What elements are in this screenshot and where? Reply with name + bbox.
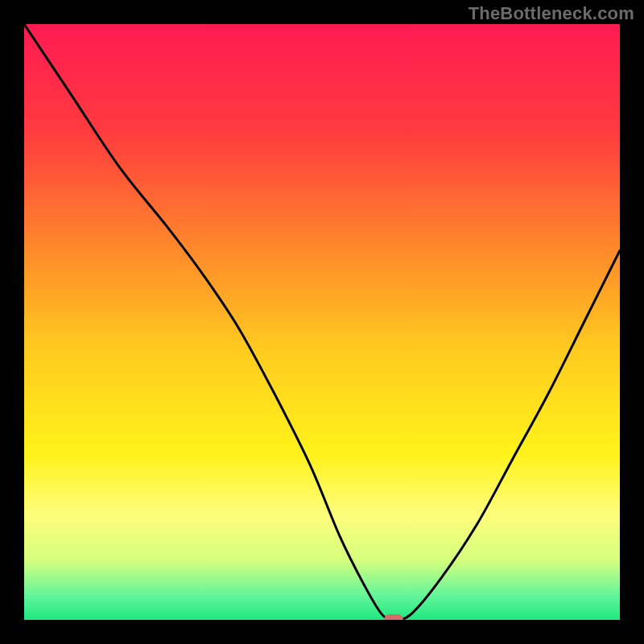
optimal-marker (384, 614, 403, 620)
plot-area (24, 24, 620, 620)
bottleneck-curve (24, 24, 620, 620)
watermark-text: TheBottleneck.com (469, 3, 634, 24)
